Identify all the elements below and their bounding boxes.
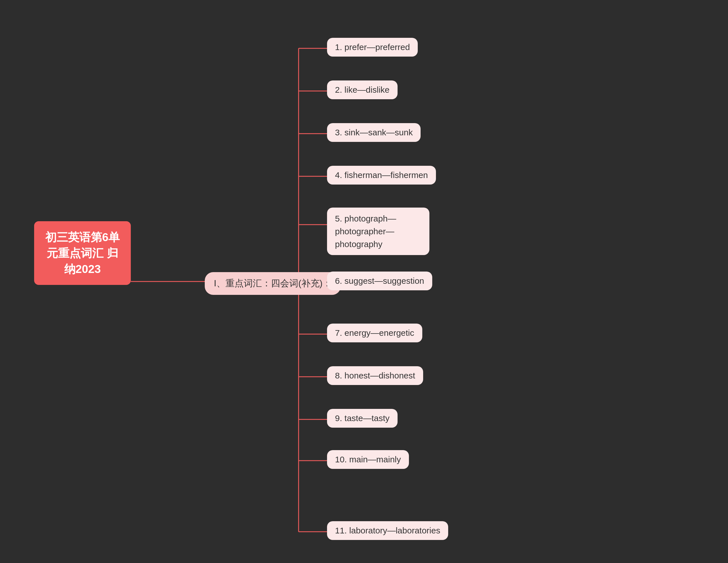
leaf-8: 8. honest—dishonest (327, 366, 423, 385)
leaf-11: 11. laboratory—laboratories (327, 521, 448, 540)
leaf-6: 6. suggest—suggestion (327, 272, 432, 290)
leaf-3: 3. sink—sank—sunk (327, 123, 421, 142)
leaf-5: 5. photograph—photographer— photography (327, 208, 429, 255)
leaf-4: 4. fisherman—fishermen (327, 166, 436, 185)
mind-map: 初三英语第6单元重点词汇 归纳2023 I、重点词汇：四会词(补充)： 1. p… (0, 0, 728, 563)
leaf-1: 1. prefer—preferred (327, 38, 418, 57)
leaf-9: 9. taste—tasty (327, 409, 398, 428)
leaf-7: 7. energy—energetic (327, 324, 422, 342)
leaf-2: 2. like—dislike (327, 80, 398, 99)
branch-node: I、重点词汇：四会词(补充)： (205, 272, 341, 295)
root-node: 初三英语第6单元重点词汇 归纳2023 (34, 221, 131, 285)
leaf-10: 10. main—mainly (327, 450, 409, 469)
